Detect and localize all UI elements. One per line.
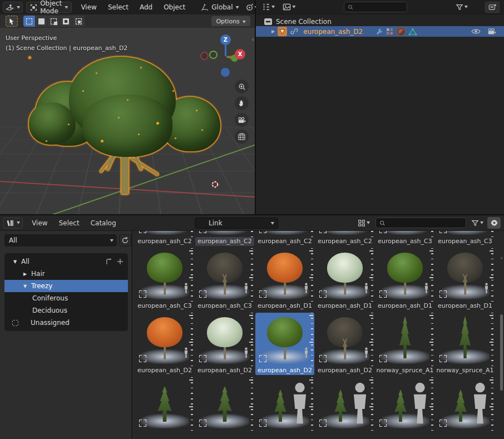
- new-collection-button[interactable]: [485, 2, 500, 13]
- asset-thumbnail[interactable]: [255, 248, 314, 302]
- catalog-item-all[interactable]: ▼All: [4, 255, 128, 268]
- mesh-data-icon[interactable]: [408, 28, 417, 36]
- viewport-menu-select[interactable]: Select: [102, 0, 134, 14]
- asset-card[interactable]: [315, 377, 374, 439]
- gizmo-z-axis[interactable]: Z: [220, 34, 231, 45]
- asset-card[interactable]: european_ash_D1: [375, 248, 434, 310]
- display-size-dropdown[interactable]: ▼: [356, 218, 372, 229]
- catalog-filter-dropdown[interactable]: All ▼: [4, 234, 117, 246]
- asset-card[interactable]: european_ash_D2: [195, 313, 254, 375]
- asset-thumbnail[interactable]: [436, 248, 495, 302]
- asset-thumbnail[interactable]: [255, 377, 314, 431]
- asset-card[interactable]: [195, 377, 254, 439]
- refresh-library-button[interactable]: [119, 234, 131, 246]
- asset-card[interactable]: european_ash_C3: [195, 248, 254, 310]
- asset-card[interactable]: european_ash_C2: [315, 231, 374, 246]
- outliner-search-input[interactable]: [356, 4, 403, 11]
- disclosure-down-icon[interactable]: ▼: [12, 259, 18, 264]
- gizmo-x-axis[interactable]: X: [235, 49, 245, 60]
- viewport-menu-object[interactable]: Object: [158, 0, 191, 14]
- catalog-item-hair[interactable]: ▶Hair: [4, 268, 128, 280]
- asset-search-input[interactable]: [388, 220, 462, 226]
- asset-card[interactable]: european_ash_D1: [436, 248, 495, 310]
- select-extend-button[interactable]: [36, 16, 48, 27]
- asset-card[interactable]: [436, 377, 495, 439]
- asset-card[interactable]: european_ash_C3: [375, 231, 434, 246]
- asset-card[interactable]: european_ash_C2: [255, 231, 314, 246]
- catalog-item-deciduous[interactable]: Deciduous: [4, 304, 128, 317]
- asset-thumbnail[interactable]: [436, 377, 495, 431]
- outliner-filter-dropdown[interactable]: ▼: [454, 2, 470, 13]
- viewport-menu-view[interactable]: View: [75, 0, 102, 14]
- asset-thumbnail[interactable]: [135, 231, 194, 237]
- asset-thumbnail[interactable]: [315, 248, 374, 302]
- outliner-searchbox[interactable]: [344, 2, 407, 12]
- catalog-item-coniferous[interactable]: Coniferous: [4, 292, 128, 304]
- outliner-editor-type-dropdown[interactable]: ▼: [260, 2, 276, 13]
- asset-card[interactable]: european_ash_D2: [255, 313, 314, 375]
- sidebar-collapse-arrow[interactable]: ‹: [251, 36, 254, 43]
- select-invert-button[interactable]: [60, 16, 72, 27]
- mode-dropdown[interactable]: Object Mode ▼: [26, 2, 72, 13]
- asset-menu-catalog[interactable]: Catalog: [85, 216, 122, 230]
- select-set-button[interactable]: [23, 16, 36, 27]
- select-subtract-button[interactable]: [48, 16, 60, 27]
- eye-visibility-icon[interactable]: [471, 28, 481, 34]
- asset-card[interactable]: european_ash_D2: [315, 313, 374, 375]
- asset-grid-area[interactable]: european_ash_C2european_ash_C2european_a…: [134, 231, 504, 439]
- display-mode-dropdown[interactable]: ▼: [281, 2, 297, 13]
- gizmo-neg-y[interactable]: [209, 51, 218, 59]
- asset-thumbnail[interactable]: [315, 313, 374, 366]
- asset-thumbnail[interactable]: [315, 377, 374, 431]
- gizmo-neg-z[interactable]: [221, 68, 230, 77]
- asset-thumbnail[interactable]: [436, 231, 495, 237]
- asset-card[interactable]: [255, 377, 314, 439]
- asset-searchbox[interactable]: [375, 218, 466, 228]
- editor-type-dropdown[interactable]: ▼: [3, 2, 23, 13]
- asset-thumbnail[interactable]: [195, 377, 254, 431]
- import-method-dropdown[interactable]: Link ▼: [195, 218, 278, 229]
- asset-sidebar-collapse-arrow[interactable]: ‹: [501, 254, 503, 262]
- new-catalog-icon[interactable]: [106, 258, 113, 265]
- asset-thumbnail[interactable]: [375, 313, 434, 366]
- asset-thumbnail[interactable]: [255, 313, 314, 366]
- asset-thumbnail[interactable]: [375, 248, 434, 302]
- object-row-selected[interactable]: ▶ european_ash_D2: [256, 26, 504, 37]
- material-icon[interactable]: [396, 27, 406, 36]
- plus-icon[interactable]: [117, 258, 123, 265]
- asset-card[interactable]: european_ash_C2: [135, 231, 194, 246]
- transform-orientation-dropdown[interactable]: Global ▼: [197, 2, 242, 13]
- expand-caret-icon[interactable]: ▶: [271, 29, 275, 34]
- asset-card[interactable]: european_ash_D1: [255, 248, 314, 310]
- camera-render-icon[interactable]: [487, 28, 496, 35]
- catalog-item-treezy[interactable]: ▼Treezy: [4, 280, 128, 292]
- asset-thumbnail[interactable]: [436, 313, 495, 366]
- asset-card[interactable]: norway_spruce_A1: [375, 313, 434, 375]
- asset-editor-type-dropdown[interactable]: ▼: [3, 218, 23, 229]
- asset-menu-view[interactable]: View: [26, 216, 53, 230]
- vertical-scrollbar[interactable]: [500, 314, 503, 391]
- asset-thumbnail[interactable]: [135, 377, 194, 431]
- asset-card[interactable]: [135, 377, 194, 439]
- asset-thumbnail[interactable]: [195, 313, 254, 366]
- asset-thumbnail[interactable]: [375, 377, 434, 431]
- viewport-canvas[interactable]: User Perspective (1) Scene Collection | …: [0, 28, 255, 214]
- pan-button[interactable]: [235, 96, 249, 110]
- asset-filter-dropdown[interactable]: ▼: [470, 218, 485, 229]
- asset-card[interactable]: norway_spruce_A1: [436, 313, 495, 375]
- asset-card[interactable]: european_ash_D2: [135, 313, 194, 375]
- select-intersect-button[interactable]: [72, 16, 85, 27]
- gizmo-neg-x[interactable]: [200, 52, 209, 60]
- asset-thumbnail[interactable]: [195, 248, 254, 302]
- scene-collection-row[interactable]: Scene Collection: [256, 17, 504, 27]
- asset-card[interactable]: european_ash_C2: [195, 231, 254, 246]
- active-tool-select-box-button[interactable]: [6, 16, 18, 27]
- asset-card[interactable]: european_ash_C3: [436, 231, 495, 246]
- asset-card[interactable]: european_ash_D1: [315, 248, 374, 310]
- catalog-item-unassigned[interactable]: Unassigned: [4, 317, 128, 329]
- geometry-nodes-icon[interactable]: [386, 28, 393, 35]
- asset-thumbnail[interactable]: [255, 231, 314, 237]
- orthographic-toggle-button[interactable]: [235, 130, 249, 144]
- disclosure-right-icon[interactable]: ▶: [22, 272, 28, 277]
- asset-thumbnail[interactable]: [375, 231, 434, 237]
